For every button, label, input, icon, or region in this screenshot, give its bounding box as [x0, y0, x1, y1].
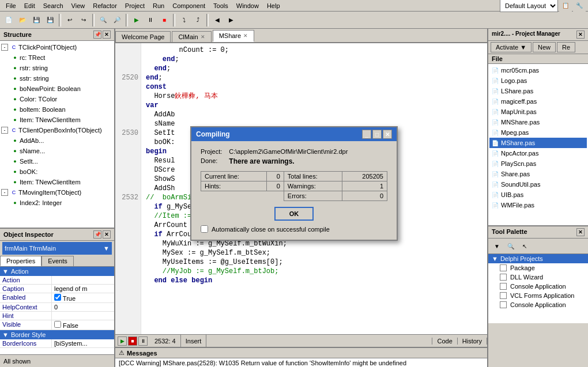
- dialog-body: Project: C:\applem2\GameOfMir\MirClient\…: [191, 141, 397, 240]
- dialog-min-btn[interactable]: _: [362, 130, 371, 139]
- dialog-ok-area: OK: [201, 207, 387, 221]
- ok-button[interactable]: OK: [274, 207, 314, 221]
- total-lines-value: 205205: [342, 172, 387, 181]
- warnings-label: Warnings:: [284, 181, 342, 191]
- project-label: Project:: [201, 148, 222, 155]
- hints-value: 0: [266, 181, 284, 191]
- dialog-info-grid: Project: C:\applem2\GameOfMir\MirClient\…: [201, 148, 387, 165]
- dialog-title: Compiling _ □ ✕: [191, 127, 397, 141]
- done-label: Done:: [201, 157, 222, 165]
- dialog-max-btn[interactable]: □: [372, 130, 382, 139]
- errors-label: Errors:: [284, 191, 342, 201]
- total-lines-label: Total lines:: [284, 172, 342, 181]
- hints-label: Hints:: [201, 181, 267, 191]
- compiling-dialog: Compiling _ □ ✕ Project: C:\applem2\Game…: [190, 126, 398, 241]
- auto-close-label: Automatically close on successful compil…: [212, 226, 330, 233]
- current-line-label: Current line:: [201, 172, 267, 181]
- dialog-overlay: Compiling _ □ ✕ Project: C:\applem2\Game…: [0, 0, 588, 367]
- errors-value: 0: [342, 191, 387, 201]
- auto-close-checkbox-area: Automatically close on successful compil…: [201, 225, 387, 233]
- dialog-close-btn[interactable]: ✕: [383, 130, 392, 139]
- dialog-title-text: Compiling: [196, 130, 230, 138]
- done-value: There are warnings.: [229, 157, 387, 165]
- warnings-value: 1: [342, 181, 387, 191]
- current-line-value: 0: [266, 172, 284, 181]
- project-value: C:\applem2\GameOfMir\MirClient\mir2.dpr: [229, 148, 387, 155]
- auto-close-checkbox[interactable]: [201, 225, 208, 233]
